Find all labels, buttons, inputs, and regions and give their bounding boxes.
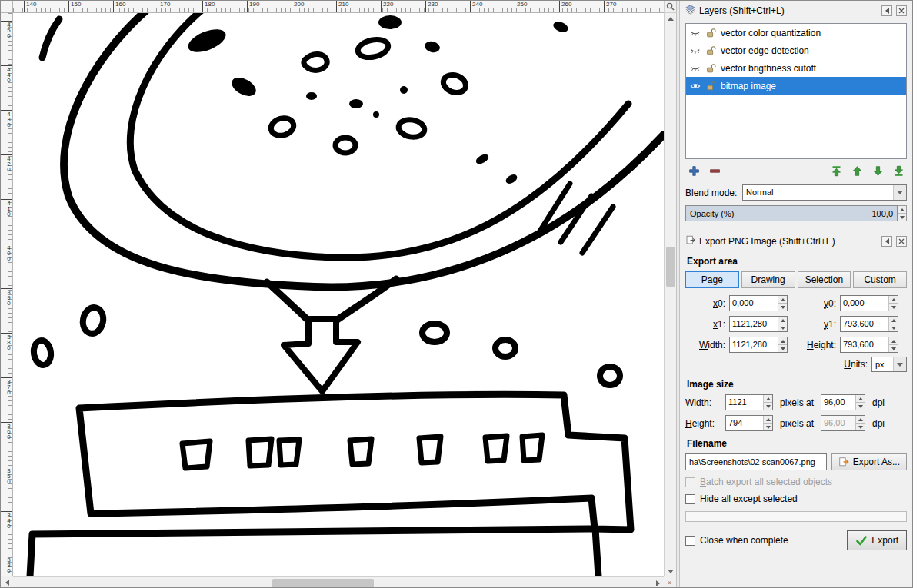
layer-row[interactable]: vector brigthness cutoff [686,59,906,77]
layers-close-button[interactable] [896,5,907,16]
width-dpi-input[interactable]: 96,00 [821,394,865,410]
filename-row: Export As... [685,453,907,470]
x1-input[interactable]: 1121,280 [729,316,788,332]
units-label: Units: [844,359,868,370]
x1-label: x1: [713,319,725,330]
pixels-at-label: pixels at [777,418,817,429]
opacity-spinner-buttons[interactable] [898,205,907,221]
image-height-label: Height: [685,418,715,429]
layer-hidden-eye-icon[interactable] [688,44,701,57]
horizontal-scrollbar[interactable] [13,576,664,588]
spinner-buttons[interactable] [888,296,898,311]
layer-row[interactable]: vector color quantization [686,24,906,42]
area-height-input[interactable]: 793,600 [840,337,898,353]
export-coordinates-grid: x0: 0,000 y0: 0,000 x1: 1121,280 y1: 793… [685,295,907,353]
spinner-buttons[interactable] [855,395,865,410]
scroll-right-button[interactable] [651,578,664,588]
y0-input[interactable]: 0,000 [840,295,898,311]
spinner-buttons[interactable] [763,395,772,410]
scroll-down-button[interactable] [665,566,677,576]
layer-lock-icon[interactable] [704,26,717,39]
ruler-label: 390 [1,288,12,305]
ruler-label: 380 [1,333,12,350]
export-as-button[interactable]: Export As... [831,453,907,470]
layer-lock-icon[interactable] [704,44,717,57]
export-action-row: Close when complete Export [685,530,907,550]
opacity-value: 100,0 [871,209,893,218]
export-progress-bar [685,511,907,522]
ruler-corner [1,1,13,13]
inkscape-window: 1401501601701801902002102202302402502602… [0,0,913,588]
units-row: Units: px [685,357,907,372]
vertical-scrollbar[interactable] [664,13,676,576]
add-layer-button[interactable] [687,164,701,178]
canvas-viewport[interactable] [13,13,664,576]
ruler-label: 440 [1,65,12,82]
layer-name: vector color quantization [719,28,821,38]
layers-dock-collapse-button[interactable] [881,5,892,16]
units-select[interactable]: px [871,357,907,372]
image-width-input[interactable]: 1121 [725,394,773,410]
opacity-label: Opacity (%) [690,209,734,218]
opacity-slider[interactable]: Opacity (%) 100,0 [685,205,898,221]
y1-input[interactable]: 793,600 [840,316,898,332]
vertical-ruler[interactable]: 450440430420410400390380370360350340330 [1,13,13,576]
ruler-label: 430 [1,110,12,127]
horizontal-scrollbar-thumb[interactable] [272,579,374,588]
spinner-buttons [855,416,865,430]
ruler-label: 210 [336,1,348,12]
lower-layer-to-bottom-button[interactable] [891,164,905,178]
spinner-buttons[interactable] [763,416,772,430]
area-selection-button[interactable]: Selection [798,271,851,288]
area-page-button[interactable]: Page [685,271,739,288]
ruler-label: 420 [1,154,12,171]
ruler-label: 150 [68,1,81,12]
image-height-input[interactable]: 794 [725,415,773,431]
remove-layer-button[interactable] [708,164,721,178]
layer-row[interactable]: bitmap image [686,77,906,95]
layer-hidden-eye-icon[interactable] [688,61,701,75]
close-when-complete-checkbox[interactable] [685,536,695,546]
layer-row[interactable]: vector edge detection [686,42,906,59]
ruler-label: 190 [247,1,259,12]
ruler-label: 410 [1,199,12,216]
layer-list[interactable]: vector color quantizationvector edge det… [685,23,907,159]
scroll-up-button[interactable] [665,13,677,24]
ruler-label: 340 [1,511,12,528]
vertical-scrollbar-thumb[interactable] [666,247,675,287]
layer-lock-icon[interactable] [704,61,717,75]
filename-input[interactable] [685,453,827,470]
spinner-buttons[interactable] [778,317,787,331]
x0-input[interactable]: 0,000 [729,295,788,311]
area-width-input[interactable]: 1121,280 [729,337,788,353]
hide-except-row: Hide all except selected [685,493,907,504]
export-close-button[interactable] [896,236,907,247]
blend-mode-select[interactable]: Normal [742,184,907,201]
spinner-buttons[interactable] [778,296,787,311]
area-drawing-button[interactable]: Drawing [741,271,795,288]
dpi-label: dpi [869,397,885,408]
ruler-label: 170 [158,1,170,12]
horizontal-ruler[interactable]: 1401501601701801902002102202302402502602… [13,1,664,13]
export-button[interactable]: Export [847,530,907,550]
spinner-buttons[interactable] [888,337,898,352]
export-dock-collapse-button[interactable] [881,236,892,247]
export-area-buttons: Page Drawing Selection Custom [685,271,907,288]
layer-visible-eye-icon[interactable] [688,79,701,92]
raise-layer-to-top-button[interactable] [829,164,843,178]
x0-label: x0: [713,298,725,309]
drawing-content [13,13,664,576]
ruler-label: 270 [604,1,616,12]
lower-layer-button[interactable] [871,164,885,178]
area-custom-button[interactable]: Custom [853,271,907,288]
zoom-lens-icon[interactable] [664,1,676,13]
opacity-row: Opacity (%) 100,0 [685,205,907,221]
scroll-left-button[interactable] [1,576,13,588]
spinner-buttons[interactable] [778,337,787,352]
raise-layer-button[interactable] [850,164,864,178]
layer-lock-icon[interactable] [704,79,717,92]
hide-except-checkbox[interactable] [685,494,695,504]
scroll-corner-grip[interactable]: » [664,576,676,588]
layer-hidden-eye-icon[interactable] [688,26,701,39]
spinner-buttons[interactable] [888,317,898,331]
